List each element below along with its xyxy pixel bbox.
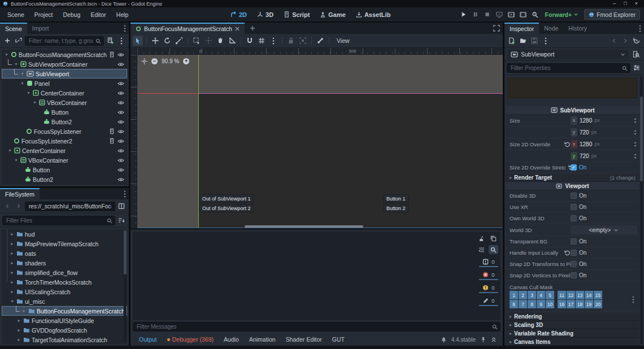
inspector-scrollbar[interactable] <box>640 76 643 344</box>
revert-icon[interactable] <box>564 141 571 147</box>
collapse-arrow[interactable] <box>14 158 19 163</box>
world3d-dropdown[interactable]: <empty> <box>571 225 637 234</box>
cull-mask-cell[interactable]: 6 <box>510 300 518 308</box>
tree-row[interactable]: Button <box>2 107 127 117</box>
attach-script-button[interactable] <box>105 36 115 46</box>
resource-menu-button[interactable] <box>541 36 551 46</box>
tab-filesystem[interactable]: FileSystem <box>0 188 40 199</box>
zoom-level[interactable]: 90.9 % <box>162 58 179 64</box>
history-forward-button[interactable] <box>620 36 630 46</box>
fmod-explorer-button[interactable]: Fmod Explorer <box>584 9 640 20</box>
file-row[interactable]: UIScalingScratch <box>2 287 127 296</box>
file-row[interactable]: oats <box>2 248 127 258</box>
renderer-selector[interactable]: Forward+ <box>545 11 579 18</box>
new-resource-button[interactable] <box>507 36 517 46</box>
file-row[interactable]: GVDDogfoodScratch <box>2 325 127 335</box>
warning-filter-toggle[interactable]: 0 <box>479 283 498 293</box>
play-button[interactable] <box>459 10 468 19</box>
checkbox-unchecked[interactable] <box>571 272 577 278</box>
cull-mask-cell[interactable]: 7 <box>519 300 527 308</box>
visibility-eye-icon[interactable] <box>118 62 124 67</box>
visibility-eye-icon[interactable] <box>118 81 124 86</box>
cull-mask-cell[interactable]: 20 <box>594 300 602 308</box>
section-canvas-items[interactable]: Canvas Items <box>506 338 639 346</box>
scene-filter-input[interactable] <box>25 36 104 46</box>
fs-path-input[interactable] <box>25 202 115 211</box>
expand-arrow[interactable] <box>10 251 15 256</box>
visibility-eye-icon[interactable] <box>118 148 124 154</box>
editor-filter-toggle[interactable]: 0 <box>479 296 498 306</box>
fs-forward-button[interactable] <box>14 201 24 211</box>
revert-icon[interactable] <box>564 250 571 256</box>
expand-arrow[interactable] <box>16 337 21 342</box>
visibility-eye-icon[interactable] <box>118 138 124 144</box>
collapse-arrow[interactable] <box>20 81 25 86</box>
collapse-duplicates-button[interactable] <box>477 245 486 254</box>
skeleton-options-button[interactable] <box>315 36 325 46</box>
cull-mask-cell[interactable]: 17 <box>567 300 575 308</box>
expand-arrow[interactable] <box>16 318 21 323</box>
scrollbar-thumb[interactable] <box>124 230 127 274</box>
checkbox-unchecked[interactable] <box>571 261 577 267</box>
tree-row[interactable]: FocusSpyListener2 <box>2 136 127 146</box>
file-row[interactable]: TargetTotalAnimationScratch <box>2 335 127 344</box>
new-tab-button[interactable] <box>245 23 260 34</box>
tree-row[interactable]: Button <box>2 165 127 174</box>
stepper-icon[interactable] <box>633 153 637 159</box>
zoom-in-button[interactable]: + <box>183 58 189 64</box>
canvas-button[interactable]: Out of SubViewport 2 <box>199 204 254 212</box>
clear-output-button[interactable] <box>477 234 486 243</box>
cull-mask-cell[interactable]: 18 <box>576 300 584 308</box>
save-resource-button[interactable] <box>529 36 539 46</box>
smart-snap-button[interactable] <box>245 36 255 46</box>
view-menu-button[interactable]: View <box>333 36 354 46</box>
tree-row-selected[interactable]: SubViewport <box>2 69 127 78</box>
minimize-button[interactable]: – <box>613 0 616 7</box>
pan-tool-button[interactable] <box>215 36 225 46</box>
checkbox-unchecked[interactable] <box>571 193 577 199</box>
filesystem-dock-menu-button[interactable] <box>121 188 129 199</box>
scrollbar-thumb[interactable] <box>640 97 643 181</box>
expand-arrow[interactable] <box>10 289 15 294</box>
file-row[interactable]: hud <box>2 229 127 239</box>
maximize-button[interactable]: □ <box>624 0 626 7</box>
collapse-arrow[interactable] <box>4 52 9 57</box>
file-row-selected[interactable]: ButtonFocusManagementScratch <box>2 306 127 316</box>
expand-arrow[interactable] <box>10 260 15 265</box>
tab-animation[interactable]: Animation <box>245 336 280 343</box>
cull-mask-cell[interactable]: 10 <box>546 300 554 308</box>
cull-mask-cell[interactable]: 2 <box>519 291 527 299</box>
file-row[interactable]: ui_misc <box>2 296 127 306</box>
class-section-header[interactable]: SubViewport <box>506 106 639 115</box>
collapse-arrow[interactable] <box>20 71 25 76</box>
canvas-button[interactable]: Button 1 <box>383 194 409 203</box>
close-button[interactable]: × <box>635 0 638 7</box>
expand-arrow[interactable] <box>16 328 21 333</box>
cull-mask-cell[interactable]: 11 <box>558 291 566 299</box>
menu-debug[interactable]: Debug <box>58 11 85 18</box>
grid-snap-button[interactable] <box>256 36 267 46</box>
menu-scene[interactable]: Scene <box>2 11 29 18</box>
fs-filter-input[interactable] <box>2 216 115 225</box>
workspace-script[interactable]: Script <box>279 11 314 18</box>
file-row[interactable]: simplified_dice_flow <box>2 268 127 277</box>
edited-object-selector[interactable]: SubViewport <box>507 50 629 59</box>
override-x-value[interactable]: 1280 <box>580 141 592 147</box>
visibility-eye-icon[interactable] <box>118 110 124 115</box>
checkbox-checked[interactable] <box>571 164 577 171</box>
cull-mask-cell[interactable]: 16 <box>558 300 566 308</box>
tree-row[interactable]: VBoxContainer <box>2 155 127 165</box>
stop-button[interactable] <box>483 10 492 19</box>
inspector-dock-menu-button[interactable] <box>636 23 644 34</box>
tab-node[interactable]: Node <box>539 23 563 34</box>
size-y-value[interactable]: 720 <box>580 129 589 136</box>
scrollbar[interactable] <box>124 230 127 343</box>
scale-tool-button[interactable] <box>174 36 184 46</box>
cull-mask-cell[interactable]: 15 <box>594 291 602 299</box>
cull-mask-cell[interactable]: 1 <box>510 291 518 299</box>
ruler-tool-button[interactable] <box>227 36 237 46</box>
menu-editor[interactable]: Editor <box>85 11 111 18</box>
stepper-icon[interactable] <box>633 141 637 147</box>
stepper-icon[interactable] <box>633 117 637 124</box>
file-row[interactable]: shaders <box>2 258 127 268</box>
